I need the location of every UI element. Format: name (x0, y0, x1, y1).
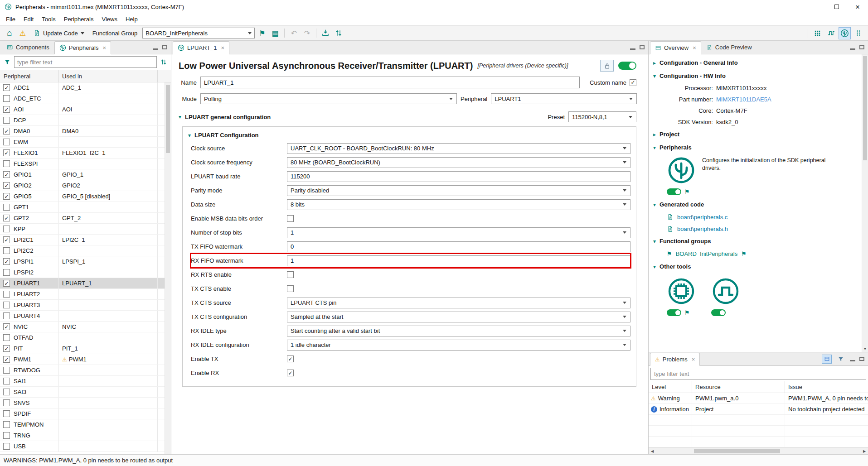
scroll-down-icon[interactable]: ▼ (862, 347, 868, 351)
flag-icon[interactable]: ⚑ (256, 27, 268, 39)
config-select[interactable]: 1 idle character (287, 340, 630, 351)
peripheral-enable-checkbox[interactable] (3, 247, 10, 254)
peripheral-row[interactable]: GPT1 (0, 202, 165, 213)
peripheral-enable-checkbox[interactable] (3, 443, 10, 450)
peripheral-row[interactable]: DCP (0, 115, 165, 126)
peripheral-enable-checkbox[interactable] (3, 389, 10, 395)
mode-select[interactable]: Polling (200, 93, 457, 104)
peripheral-row[interactable]: OTFAD (0, 332, 165, 343)
config-input[interactable] (287, 255, 630, 266)
maximize-panel-icon[interactable] (859, 357, 864, 361)
peripheral-row[interactable]: TEMPMON (0, 419, 165, 430)
device-configuration-tool-icon[interactable] (852, 27, 864, 39)
menu-views[interactable]: Views (97, 14, 121, 25)
column-header-issue[interactable]: Issue (785, 381, 868, 393)
peripheral-row[interactable]: ✓LPSPI1LPSPI_1 (0, 256, 165, 267)
config-select[interactable]: 8 bits (287, 199, 630, 210)
generated-file-link[interactable]: board\peripherals.h (677, 226, 728, 232)
tab-problems[interactable]: ⚠ Problems × (650, 353, 700, 366)
minimize-panel-icon[interactable] (153, 48, 158, 50)
column-header-used-in[interactable]: Used in (59, 70, 158, 82)
functional-group-config-icon[interactable]: ⚑ (741, 251, 747, 257)
undo-icon[interactable]: ↶ (288, 27, 300, 39)
peripheral-enable-checkbox[interactable] (3, 421, 10, 428)
part-number-link[interactable]: MIMXRT1011DAE5A (716, 96, 771, 103)
peripheral-row[interactable]: FLEXSPI (0, 159, 165, 169)
peripheral-row[interactable]: SNVS (0, 398, 165, 408)
scroll-right-icon[interactable]: ▶ (861, 449, 868, 453)
scroll-left-icon[interactable]: ◀ (649, 449, 656, 453)
custom-name-checkbox[interactable]: ✓ (630, 79, 636, 86)
config-checkbox[interactable]: ✓ (287, 370, 294, 376)
config-checkbox[interactable]: ✓ (287, 356, 294, 362)
peripheral-enable-checkbox[interactable] (3, 269, 10, 276)
peripheral-filter-input[interactable] (14, 56, 157, 68)
peripherals-tool-logo[interactable] (667, 156, 696, 185)
maximize-panel-icon[interactable] (859, 45, 864, 49)
menu-edit[interactable]: Edit (19, 14, 38, 25)
peripherals-enabled-toggle[interactable] (667, 188, 681, 195)
problems-view-button[interactable] (822, 355, 832, 364)
tab-lpuart1[interactable]: LPUART_1 × (173, 41, 229, 54)
peripheral-row[interactable]: LPUART2 (0, 289, 165, 300)
peripheral-enable-checkbox[interactable] (3, 291, 10, 298)
peripheral-row[interactable]: ✓LPI2C1LPI2C_1 (0, 235, 165, 245)
menu-peripherals[interactable]: Peripherals (60, 14, 98, 25)
problems-filter-input[interactable] (650, 368, 866, 380)
peripheral-enable-checkbox[interactable]: ✓ (3, 171, 10, 178)
close-icon[interactable]: × (692, 356, 695, 363)
peripheral-enable-checkbox[interactable] (3, 95, 10, 102)
section-project[interactable]: ▸ Project (653, 128, 860, 141)
generated-file-link[interactable]: board\peripherals.c (677, 214, 727, 221)
sort-peripherals-icon[interactable] (160, 58, 167, 66)
peripheral-enable-checkbox[interactable]: ✓ (3, 84, 10, 91)
peripheral-select[interactable]: LPUART1 (491, 93, 637, 104)
column-header-level[interactable]: Level (649, 381, 692, 393)
peripheral-row[interactable]: LPUART4 (0, 311, 165, 322)
minimize-panel-icon[interactable] (850, 48, 855, 50)
peripheral-table-scrollbar[interactable] (165, 82, 171, 454)
import-icon[interactable] (320, 27, 331, 39)
overview-scrollbar[interactable]: ▼ (862, 54, 868, 352)
peripheral-row[interactable]: ADC_ETC (0, 93, 165, 104)
peripheral-row[interactable]: ✓AOIAOI (0, 104, 165, 115)
peripheral-enable-checkbox[interactable] (3, 378, 10, 384)
peripheral-enable-checkbox[interactable] (3, 139, 10, 145)
update-code-button[interactable]: Update Code (30, 27, 87, 39)
config-select[interactable]: LPUART CTS pin (287, 298, 630, 308)
name-input[interactable] (200, 77, 580, 88)
maximize-panel-icon[interactable] (640, 45, 645, 49)
scroll-thumb[interactable] (166, 85, 170, 153)
scroll-thumb[interactable] (694, 449, 780, 453)
minimize-panel-icon[interactable] (850, 360, 855, 361)
pins-tool-logo[interactable] (667, 277, 696, 306)
peripheral-enable-checkbox[interactable]: ✓ (3, 323, 10, 330)
peripheral-enable-checkbox[interactable] (3, 432, 10, 439)
peripheral-row[interactable]: KPP (0, 224, 165, 235)
tab-components[interactable]: Components (1, 41, 54, 54)
close-icon[interactable]: × (102, 44, 106, 51)
peripheral-enable-checkbox[interactable] (3, 302, 10, 308)
peripheral-row[interactable]: USB (0, 441, 165, 452)
menu-help[interactable]: Help (121, 14, 142, 25)
section-general-info[interactable]: ▸ Configuration - General Info (653, 56, 860, 69)
config-checkbox[interactable] (287, 285, 294, 292)
config-select[interactable]: UART_CLK_ROOT - BOARD_BootClockRUN: 80 M… (287, 143, 630, 154)
peripheral-enable-checkbox[interactable]: ✓ (3, 236, 10, 243)
peripheral-enable-checkbox[interactable] (3, 399, 10, 406)
config-checkbox[interactable] (287, 271, 294, 278)
peripheral-enable-checkbox[interactable] (3, 334, 10, 341)
peripheral-enable-checkbox[interactable]: ✓ (3, 215, 10, 221)
chevron-down-icon[interactable]: ▾ (179, 114, 181, 120)
section-hw-info[interactable]: ▾ Configuration - HW Info (653, 69, 860, 82)
peripheral-row[interactable]: ✓DMA0DMA0 (0, 126, 165, 137)
config-select[interactable]: 80 MHz (BOARD_BootClockRUN) (287, 157, 630, 168)
problem-row[interactable]: iInformationProjectNo toolchain project … (649, 404, 868, 415)
peripheral-enable-checkbox[interactable]: ✓ (3, 149, 10, 156)
config-select[interactable]: 1 (287, 227, 630, 238)
functional-group-badge-icon[interactable]: ⚑ (684, 310, 690, 316)
section-generated-code[interactable]: ▾ Generated code (653, 198, 860, 211)
config-select[interactable]: Start counting after a valid start bit (287, 326, 630, 336)
preset-select[interactable]: 115200-N,8,1 (568, 111, 636, 122)
functional-group-select[interactable]: BOARD_InitPeripherals (142, 28, 255, 38)
